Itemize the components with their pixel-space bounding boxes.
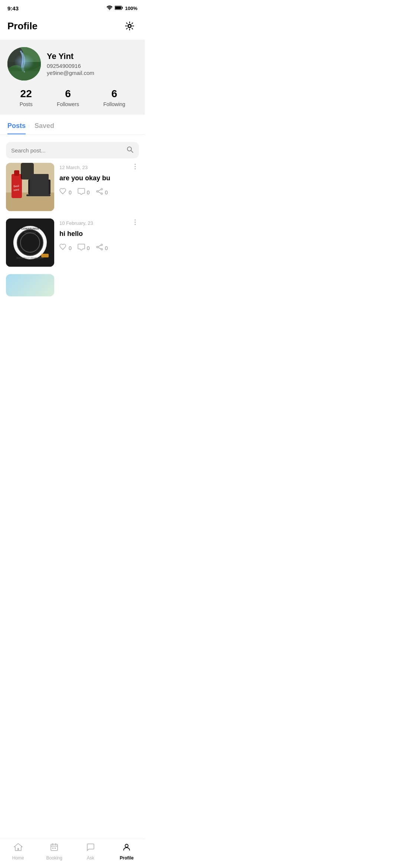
search-icon[interactable] [126,146,134,155]
post-more-button[interactable] [131,163,139,172]
like-icon [59,244,67,252]
post-content: 10 February, 23 hi hello [59,218,139,252]
settings-button[interactable] [122,18,137,34]
like-button[interactable]: 0 [59,188,72,197]
table-row [6,274,139,296]
svg-point-32 [17,230,43,256]
post-content: 12 March, 23 are you okay bu [59,163,139,197]
stat-followers[interactable]: 6 Followers [57,88,79,107]
share-icon [96,244,103,252]
svg-line-11 [131,151,133,152]
svg-text:Basil: Basil [13,184,19,187]
comment-button[interactable]: 0 [78,244,90,252]
post-thumbnail[interactable]: Basil seed [6,163,54,211]
svg-point-33 [29,245,32,248]
post-image-1: Basil seed [6,163,54,211]
app-header: Profile [0,14,145,40]
tab-posts[interactable]: Posts [7,122,26,134]
table-row: Basil seed 12 March, 23 [6,163,139,211]
posts-list: Basil seed 12 March, 23 [0,163,145,296]
followers-label: Followers [57,101,79,107]
posts-count: 22 [20,88,32,100]
svg-rect-2 [122,7,123,9]
followers-count: 6 [65,88,71,100]
post-thumbnail[interactable]: COWABUNGA AESTHETICS Enamel Pins & Colle… [6,218,54,267]
following-label: Following [103,101,125,107]
search-box [6,142,139,158]
stats-row: 22 Posts 6 Followers 6 Following [7,88,137,107]
svg-point-40 [135,224,136,225]
svg-point-4 [128,25,131,27]
search-input[interactable] [11,147,123,154]
post-actions: 0 0 [59,188,139,197]
like-icon [59,188,67,197]
svg-rect-18 [28,180,50,194]
svg-point-41 [101,244,102,246]
post-more-button[interactable] [131,218,139,228]
svg-text:Enamel Pins & Collectibles Sto: Enamel Pins & Collectibles Store [16,257,43,259]
stat-following[interactable]: 6 Following [103,88,125,107]
svg-point-22 [135,166,136,167]
share-count: 0 [105,190,108,195]
status-bar: 9:43 100% [0,0,145,14]
svg-point-0 [109,9,110,10]
post-actions: 0 0 [59,244,139,252]
svg-point-26 [101,193,102,194]
svg-text:COWABUNGA: COWABUNGA [21,227,39,230]
profile-email: ye9ine@gmail.com [47,70,137,76]
svg-rect-9 [7,68,41,71]
svg-line-45 [98,247,101,249]
profile-info: Ye Yint 09254900916 ye9ine@gmail.com [7,47,137,80]
post-title: hi hello [59,230,139,238]
page-title: Profile [7,20,38,32]
svg-point-43 [101,249,102,250]
following-count: 6 [111,88,117,100]
share-button[interactable]: 0 [96,244,108,252]
like-count: 0 [69,245,72,251]
stat-posts[interactable]: 22 Posts [20,88,33,107]
post-image-2: COWABUNGA AESTHETICS Enamel Pins & Colle… [6,218,54,267]
svg-text:AESTHETICS: AESTHETICS [24,231,36,234]
svg-rect-15 [14,170,19,176]
battery-percent: 100% [125,6,137,11]
svg-point-24 [101,188,102,190]
svg-point-21 [135,164,136,165]
svg-line-27 [98,190,101,191]
profile-phone: 09254900916 [47,63,137,69]
profile-section: Ye Yint 09254900916 ye9ine@gmail.com 22 … [0,40,145,115]
svg-rect-29 [6,218,54,267]
like-button[interactable]: 0 [59,244,72,252]
content-tabs: Posts Saved [0,118,145,135]
comment-button[interactable]: 0 [78,188,90,197]
post-meta: 10 February, 23 [59,218,139,228]
share-icon [96,188,103,197]
comment-count: 0 [87,245,90,251]
post-date: 12 March, 23 [59,165,88,170]
share-count: 0 [105,245,108,251]
avatar[interactable] [7,47,41,80]
svg-line-44 [98,245,101,247]
like-count: 0 [69,190,72,195]
svg-point-23 [135,168,136,170]
comment-count: 0 [87,190,90,195]
svg-point-38 [135,220,136,221]
svg-point-25 [97,191,98,192]
table-row: COWABUNGA AESTHETICS Enamel Pins & Colle… [6,218,139,267]
post-meta: 12 March, 23 [59,163,139,172]
search-container [0,139,145,163]
status-icons: 100% [107,6,137,11]
share-button[interactable]: 0 [96,188,108,197]
comment-icon [78,188,85,197]
svg-rect-37 [41,254,49,257]
svg-point-39 [135,222,136,223]
post-title: are you okay bu [59,174,139,182]
profile-details: Ye Yint 09254900916 ye9ine@gmail.com [47,52,137,76]
status-time: 9:43 [7,5,19,11]
svg-point-42 [97,246,98,248]
svg-line-28 [98,192,101,193]
svg-text:seed: seed [13,188,19,191]
comment-icon [78,244,85,252]
battery-icon [115,6,123,11]
svg-rect-3 [115,6,121,9]
tab-saved[interactable]: Saved [35,122,54,134]
